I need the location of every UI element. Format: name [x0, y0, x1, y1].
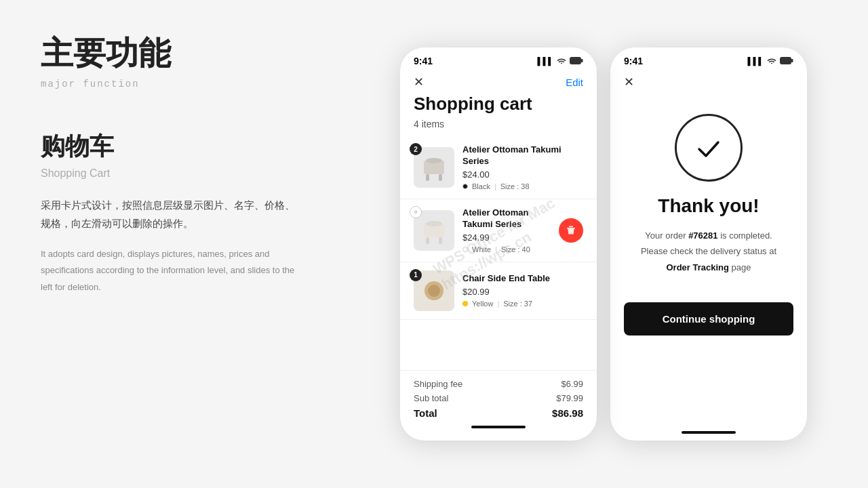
item-color: Black — [472, 182, 490, 190]
shipping-label: Shipping fee — [414, 379, 462, 389]
sub-title-en: Shopping Cart — [41, 167, 298, 180]
item-color: White — [472, 245, 491, 253]
item-price: $24.00 — [462, 169, 583, 180]
item-specs: Black | Size : 38 — [462, 182, 583, 190]
home-indicator — [471, 426, 526, 428]
cart-item: 2 Atelier Ottoman Takumi Series $24.00 B… — [400, 136, 597, 199]
color-dot-black — [462, 184, 468, 189]
cart-screen: WPS Office for Machttps://wps.cn 9:41 ▌▌… — [400, 47, 597, 441]
success-check-circle — [675, 114, 743, 182]
desc-line3: page — [729, 262, 751, 272]
color-dot-white — [462, 247, 468, 252]
wifi-icon — [557, 57, 566, 65]
color-dot-yellow — [462, 301, 468, 306]
item-name: Chair Side End Table — [462, 273, 583, 285]
description-zh: 采用卡片式设计，按照信息层级显示图片、名字、价格、规格，向左滑动可以删除的操作。 — [41, 196, 298, 232]
order-number: #76281 — [688, 230, 717, 241]
battery-icon — [570, 57, 583, 66]
svg-rect-4 — [439, 174, 442, 181]
cart-edit-button[interactable]: Edit — [566, 77, 583, 88]
item-size-label: Size : 37 — [503, 300, 532, 308]
subtotal-row: Sub total $79.99 — [414, 393, 583, 403]
continue-shopping-button[interactable]: Continue shopping — [624, 302, 793, 336]
svg-rect-7 — [426, 237, 429, 244]
svg-point-13 — [428, 285, 440, 297]
cart-status-bar: 9:41 ▌▌▌ — [400, 47, 597, 70]
cart-item: ○ Atelier Ottoman Takumi Series $24.99 W… — [400, 199, 597, 262]
svg-rect-1 — [581, 59, 583, 62]
cart-status-time: 9:41 — [414, 56, 433, 66]
total-row: Total $86.98 — [414, 407, 583, 419]
svg-point-9 — [426, 221, 442, 226]
signal-icon: ▌▌▌ — [538, 57, 553, 65]
shipping-value: $6.99 — [561, 379, 583, 389]
item-price: $24.99 — [462, 232, 551, 243]
order-suffix: is completed. — [718, 230, 772, 241]
ty-close-button[interactable]: ✕ — [624, 75, 634, 89]
ty-close-area: ✕ — [610, 70, 807, 94]
delete-item-button[interactable] — [559, 218, 583, 243]
item-size-label: Size : 38 — [500, 182, 530, 190]
item-badge: 1 — [410, 269, 422, 281]
cart-close-button[interactable]: ✕ — [414, 76, 424, 88]
cart-count: 4 items — [400, 117, 597, 136]
ty-status-time: 9:41 — [624, 56, 643, 66]
item-price: $20.99 — [462, 287, 583, 297]
cart-item: 1 Chair Side End Table $20.99 Yellow | S… — [400, 262, 597, 320]
thankyou-title: Thank you! — [658, 195, 759, 217]
cart-header: ✕ Edit — [400, 70, 597, 91]
svg-rect-11 — [569, 226, 573, 227]
subtotal-label: Sub total — [414, 393, 448, 403]
ty-home-indicator — [682, 431, 736, 434]
left-panel: 主要功能 major function 购物车 Shopping Cart 采用… — [0, 0, 339, 488]
desc-line2: Please check the delivery status at — [641, 246, 776, 256]
item-badge: 2 — [410, 143, 422, 155]
ty-status-icons: ▌▌▌ — [748, 57, 793, 66]
svg-rect-8 — [439, 237, 442, 244]
item-name: Atelier Ottoman Takumi Series — [462, 207, 551, 230]
thankyou-screen: 9:41 ▌▌▌ ✕ Thank you! Your — [610, 47, 807, 441]
cart-title: Shopping cart — [400, 91, 597, 117]
order-prefix: Your order — [645, 230, 688, 241]
cart-footer: Shipping fee $6.99 Sub total $79.99 Tota… — [400, 370, 597, 441]
item-specs: White | Size : 40 — [462, 245, 551, 253]
ty-status-bar: 9:41 ▌▌▌ — [610, 47, 807, 70]
svg-rect-0 — [570, 57, 581, 64]
total-value: $86.98 — [552, 407, 583, 419]
sub-title-zh: 购物车 — [41, 130, 298, 163]
cart-items-list: 2 Atelier Ottoman Takumi Series $24.00 B… — [400, 136, 597, 370]
thankyou-description: Your order #76281 is completed. Please c… — [610, 228, 807, 275]
item-specs: Yellow | Size : 37 — [462, 300, 583, 308]
item-info: Chair Side End Table $20.99 Yellow | Siz… — [462, 273, 583, 308]
shipping-fee-row: Shipping fee $6.99 — [414, 379, 583, 389]
order-tracking-link[interactable]: Order Tracking — [666, 262, 728, 272]
svg-rect-14 — [781, 57, 791, 64]
svg-rect-10 — [567, 228, 575, 229]
total-label: Total — [414, 407, 437, 419]
item-badge: ○ — [410, 206, 422, 218]
ty-battery-icon — [780, 57, 793, 66]
item-info: Atelier Ottoman Takumi Series $24.00 Bla… — [462, 144, 583, 190]
main-title-zh: 主要功能 — [41, 34, 298, 73]
svg-rect-15 — [791, 59, 793, 62]
item-color: Yellow — [472, 300, 493, 308]
cart-status-icons: ▌▌▌ — [538, 57, 583, 66]
description-en: It adopts card design, displays pictures… — [41, 246, 298, 296]
ty-signal-icon: ▌▌▌ — [748, 57, 764, 65]
right-panel: WPS Office for Machttps://wps.cn 9:41 ▌▌… — [339, 0, 868, 488]
item-info: Atelier Ottoman Takumi Series $24.99 Whi… — [462, 207, 551, 253]
item-name: Atelier Ottoman Takumi Series — [462, 144, 583, 167]
svg-rect-3 — [426, 174, 429, 181]
subtotal-value: $79.99 — [556, 393, 583, 403]
item-size-label: Size : 40 — [501, 245, 530, 253]
main-title-en: major function — [41, 79, 298, 89]
ty-wifi-icon — [767, 57, 776, 65]
svg-point-5 — [426, 158, 442, 163]
